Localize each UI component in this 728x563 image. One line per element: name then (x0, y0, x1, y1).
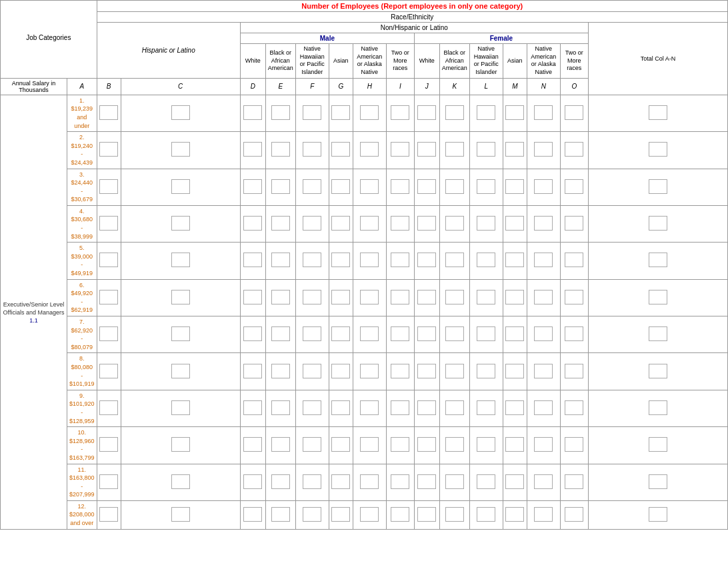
input-i-4[interactable] (417, 216, 436, 231)
input-i-9[interactable] (417, 400, 436, 415)
input-f-7[interactable] (331, 326, 350, 341)
input-o-10[interactable] (649, 437, 667, 452)
input-n-12[interactable] (565, 507, 583, 522)
input-b-8[interactable] (171, 364, 190, 378)
input-g-4[interactable] (360, 216, 379, 231)
input-f-8[interactable] (331, 364, 350, 378)
input-n-8[interactable] (565, 364, 583, 378)
input-n-1[interactable] (565, 105, 583, 120)
input-o-2[interactable] (649, 142, 667, 157)
input-g-8[interactable] (360, 364, 379, 378)
input-g-3[interactable] (360, 179, 379, 194)
input-a-9[interactable] (99, 400, 118, 415)
input-a-6[interactable] (99, 290, 118, 304)
input-m-2[interactable] (534, 142, 553, 157)
input-o-5[interactable] (649, 253, 667, 267)
input-e-2[interactable] (303, 142, 321, 157)
input-c-3[interactable] (243, 179, 262, 194)
input-g-12[interactable] (360, 507, 379, 522)
input-k-10[interactable] (477, 437, 495, 452)
input-j-8[interactable] (445, 364, 464, 378)
input-j-4[interactable] (445, 216, 464, 231)
input-k-2[interactable] (477, 142, 495, 157)
input-g-2[interactable] (360, 142, 379, 157)
input-b-4[interactable] (171, 216, 190, 231)
input-b-7[interactable] (171, 326, 190, 341)
input-n-10[interactable] (565, 437, 583, 452)
input-j-2[interactable] (445, 142, 464, 157)
input-h-1[interactable] (391, 105, 409, 120)
input-c-11[interactable] (243, 474, 262, 489)
input-m-4[interactable] (534, 216, 553, 231)
input-a-11[interactable] (99, 474, 118, 489)
input-f-2[interactable] (331, 142, 350, 157)
input-o-7[interactable] (649, 326, 667, 341)
input-h-2[interactable] (391, 142, 409, 157)
input-d-7[interactable] (271, 326, 290, 341)
input-c-10[interactable] (243, 437, 262, 452)
input-g-5[interactable] (360, 253, 379, 267)
input-c-8[interactable] (243, 364, 262, 378)
input-g-1[interactable] (360, 105, 379, 120)
input-k-7[interactable] (477, 326, 495, 341)
input-i-10[interactable] (417, 437, 436, 452)
input-i-11[interactable] (417, 474, 436, 489)
input-a-8[interactable] (99, 364, 118, 378)
input-a-1[interactable] (99, 105, 118, 120)
input-k-6[interactable] (477, 290, 495, 304)
input-n-11[interactable] (565, 474, 583, 489)
input-g-11[interactable] (360, 474, 379, 489)
input-n-5[interactable] (565, 253, 583, 267)
input-d-3[interactable] (271, 179, 290, 194)
input-f-10[interactable] (331, 437, 350, 452)
input-k-9[interactable] (477, 400, 495, 415)
input-f-4[interactable] (331, 216, 350, 231)
input-g-10[interactable] (360, 437, 379, 452)
input-n-9[interactable] (565, 400, 583, 415)
input-d-4[interactable] (271, 216, 290, 231)
input-j-6[interactable] (445, 290, 464, 304)
input-m-9[interactable] (534, 400, 553, 415)
input-j-7[interactable] (445, 326, 464, 341)
input-m-5[interactable] (534, 253, 553, 267)
input-f-12[interactable] (331, 507, 350, 522)
input-f-3[interactable] (331, 179, 350, 194)
input-m-11[interactable] (534, 474, 553, 489)
input-c-9[interactable] (243, 400, 262, 415)
input-m-12[interactable] (534, 507, 553, 522)
input-k-8[interactable] (477, 364, 495, 378)
input-k-3[interactable] (477, 179, 495, 194)
input-h-4[interactable] (391, 216, 409, 231)
input-h-9[interactable] (391, 400, 409, 415)
input-b-6[interactable] (171, 290, 190, 304)
input-j-11[interactable] (445, 474, 464, 489)
input-g-9[interactable] (360, 400, 379, 415)
input-h-12[interactable] (391, 507, 409, 522)
input-m-8[interactable] (534, 364, 553, 378)
input-l-8[interactable] (505, 364, 524, 378)
input-e-5[interactable] (303, 253, 321, 267)
input-l-1[interactable] (505, 105, 524, 120)
input-l-7[interactable] (505, 326, 524, 341)
input-g-6[interactable] (360, 290, 379, 304)
input-k-5[interactable] (477, 253, 495, 267)
input-j-12[interactable] (445, 507, 464, 522)
input-b-1[interactable] (171, 105, 190, 120)
input-e-4[interactable] (303, 216, 321, 231)
input-a-3[interactable] (99, 179, 118, 194)
input-e-3[interactable] (303, 179, 321, 194)
input-c-5[interactable] (243, 253, 262, 267)
input-j-1[interactable] (445, 105, 464, 120)
input-b-9[interactable] (171, 400, 190, 415)
input-g-7[interactable] (360, 326, 379, 341)
input-b-11[interactable] (171, 474, 190, 489)
input-a-7[interactable] (99, 326, 118, 341)
input-n-2[interactable] (565, 142, 583, 157)
input-d-9[interactable] (271, 400, 290, 415)
input-f-11[interactable] (331, 474, 350, 489)
input-h-8[interactable] (391, 364, 409, 378)
input-d-10[interactable] (271, 437, 290, 452)
input-l-9[interactable] (505, 400, 524, 415)
input-b-12[interactable] (171, 507, 190, 522)
input-a-10[interactable] (99, 437, 118, 452)
